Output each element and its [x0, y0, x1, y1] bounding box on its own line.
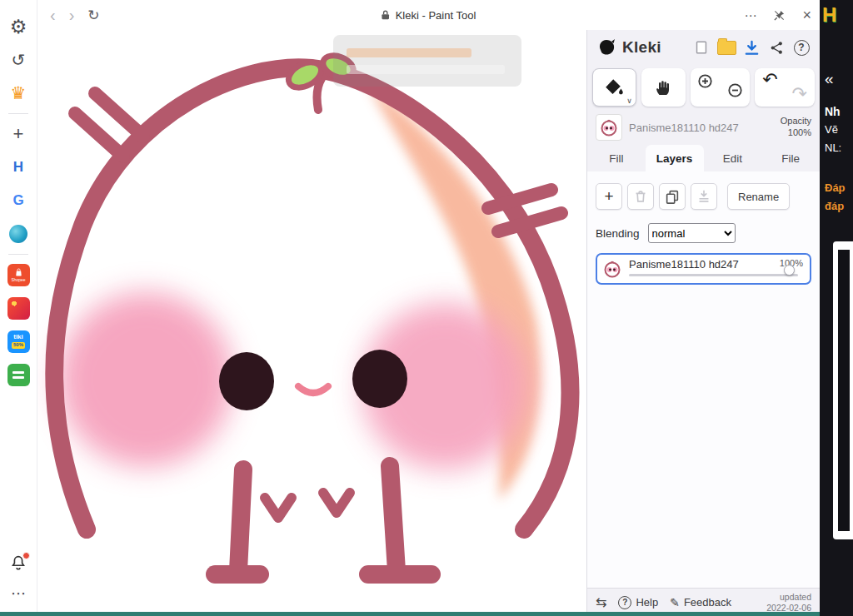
browser-app-icon[interactable] — [0, 217, 37, 251]
duplicate-layer-button[interactable] — [659, 183, 686, 210]
promo-app-icon[interactable] — [0, 291, 37, 325]
zoom-out-icon — [727, 82, 743, 98]
add-shortcut-button[interactable]: + — [0, 117, 37, 151]
brand-name: Kleki — [622, 38, 661, 57]
bottom-edge-strip — [0, 612, 820, 616]
left-cheek-blush — [58, 292, 233, 467]
rename-layer-button[interactable]: Rename — [727, 183, 790, 210]
preview-image — [838, 250, 850, 531]
layer-list-item[interactable]: Panisme181110 hd247 100% — [596, 253, 811, 285]
open-file-button[interactable] — [716, 37, 736, 57]
tab-fill[interactable]: Fill — [587, 145, 646, 171]
right-eye — [352, 350, 407, 408]
layer-item-name: Panisme181110 hd247 — [629, 258, 739, 271]
zoom-out-button[interactable] — [727, 82, 743, 102]
tab-edit[interactable]: Edit — [704, 145, 762, 171]
browser-titlebar: ‹ › ↻ Kleki - Paint Tool ⋯ × — [37, 0, 820, 30]
layers-tab-content: + Rename Blending normal Panisme181110 h… — [587, 171, 820, 588]
question-icon: ? — [618, 596, 631, 609]
blending-row: Blending normal — [596, 223, 811, 243]
updated-info: updated 2022-02-06 — [766, 592, 811, 613]
fill-tool-button[interactable]: ∨ — [592, 68, 636, 107]
trash-icon — [632, 188, 649, 205]
paint-canvas[interactable] — [37, 30, 586, 616]
blending-select[interactable]: normal — [648, 223, 736, 243]
opacity-readout: Opacity 100% — [781, 116, 811, 139]
delete-layer-button[interactable] — [627, 183, 654, 210]
download-button[interactable] — [741, 37, 761, 57]
slider-knob[interactable] — [784, 265, 795, 276]
truncated-link[interactable]: đáp — [825, 200, 844, 212]
merge-layer-button[interactable] — [691, 183, 717, 210]
question-icon: ? — [794, 40, 810, 56]
browser-sidebar: ⚙ ↺ ♛ + H G Shopee tiki 50% — [0, 0, 37, 616]
divider — [8, 113, 28, 114]
tiki-icon[interactable]: tiki 50% — [0, 325, 37, 358]
new-page-icon — [693, 39, 710, 56]
shopping-bag-icon — [13, 267, 24, 277]
active-layer-name: Panisme181110 hd247 — [629, 122, 774, 134]
notifications-bell-icon[interactable] — [0, 546, 37, 579]
share-icon — [769, 40, 785, 56]
settings-gear-icon[interactable]: ⚙ — [0, 10, 37, 43]
current-layer-info: Panisme181110 hd247 Opacity 100% — [587, 110, 820, 145]
more-menu-button[interactable]: ⋯ — [744, 9, 756, 22]
merge-down-icon — [696, 188, 712, 205]
help-button[interactable]: ? — [791, 37, 811, 57]
more-options-button[interactable]: ⋯ — [0, 579, 37, 608]
page-title: Kleki - Paint Tool — [396, 9, 476, 22]
share-button[interactable] — [766, 37, 786, 57]
notification-dot — [22, 552, 30, 559]
h-app-icon[interactable]: H — [0, 151, 37, 184]
layer-thumb-icon — [599, 117, 619, 137]
new-image-button[interactable] — [691, 37, 711, 57]
character-drawing — [37, 30, 586, 616]
caret-down-icon: ∨ — [626, 97, 632, 105]
back-button[interactable]: ‹ — [50, 7, 56, 23]
truncated-text: Vẽ — [825, 123, 838, 136]
forward-button[interactable]: › — [69, 7, 75, 23]
layer-opacity-slider[interactable] — [629, 274, 798, 276]
truncated-text: Nh — [825, 105, 841, 118]
secondary-window[interactable]: H « Nh Vẽ NL: Đáp đáp — [820, 0, 853, 616]
layer-thumbnail — [596, 114, 622, 141]
zoom-in-icon — [697, 73, 713, 89]
swap-colors-icon[interactable]: ⇆ — [596, 596, 606, 609]
hand-tool-button[interactable] — [641, 68, 686, 107]
tab-file[interactable]: File — [761, 145, 820, 171]
screen: ⚙ ↺ ♛ + H G Shopee tiki 50% — [0, 0, 853, 616]
undo-button[interactable]: ↶ — [762, 71, 777, 89]
paint-bucket-icon — [603, 77, 625, 98]
crown-icon[interactable]: ♛ — [0, 77, 37, 110]
refresh-button[interactable]: ↻ — [87, 8, 99, 22]
faded-notice — [333, 35, 521, 87]
zoom-in-button[interactable] — [697, 73, 713, 92]
pencil-icon: ✎ — [670, 597, 680, 609]
feedback-link[interactable]: ✎ Feedback — [670, 596, 731, 609]
history-controls: ↶ ↷ — [755, 68, 815, 107]
divider — [8, 254, 28, 255]
kleki-logo-icon — [596, 37, 617, 58]
kleki-panel: Kleki ? ∨ — [586, 30, 820, 616]
hand-icon — [653, 77, 673, 97]
help-link[interactable]: ? Help — [618, 596, 658, 609]
tool-row: ∨ ↶ ↷ — [587, 65, 820, 110]
left-leg — [238, 469, 243, 571]
truncated-link[interactable]: Đáp — [825, 181, 846, 194]
truncated-text: NL: — [825, 142, 841, 154]
history-icon[interactable]: ↺ — [0, 43, 37, 77]
google-icon[interactable]: G — [0, 184, 37, 217]
layer-thumb-icon — [602, 259, 622, 279]
add-layer-button[interactable]: + — [596, 183, 622, 210]
collapse-chevrons-icon[interactable]: « — [825, 70, 834, 88]
duplicate-icon — [664, 188, 681, 205]
right-leg — [390, 466, 397, 571]
pin-icon[interactable] — [773, 9, 786, 22]
shopee-icon[interactable]: Shopee — [0, 258, 37, 291]
panel-tabs: Fill Layers Edit File — [587, 145, 820, 171]
download-icon — [743, 39, 761, 57]
tab-layers[interactable]: Layers — [646, 145, 704, 171]
close-button[interactable]: × — [802, 7, 811, 22]
finance-app-icon[interactable] — [0, 358, 37, 391]
redo-button[interactable]: ↷ — [792, 85, 807, 103]
